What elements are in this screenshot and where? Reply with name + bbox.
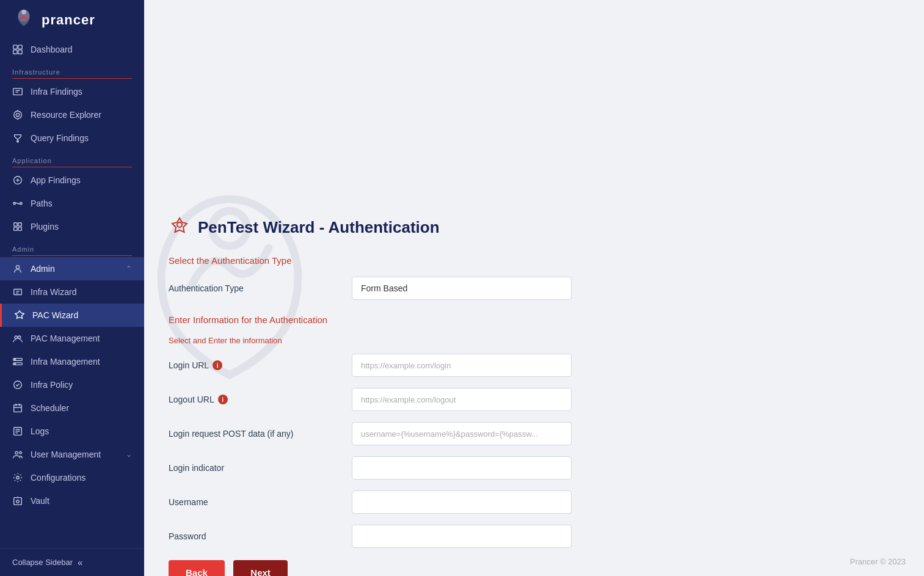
svg-point-31: [15, 359, 16, 360]
svg-point-32: [15, 363, 16, 365]
sidebar-label-infra-findings: Infra Findings: [31, 87, 132, 97]
user-management-chevron-icon: ⌄: [126, 450, 132, 459]
next-button[interactable]: Next: [233, 560, 288, 576]
login-indicator-row: Login indicator: [169, 456, 900, 479]
svg-rect-5: [18, 50, 22, 54]
infra-management-icon: [12, 356, 23, 367]
svg-rect-3: [18, 45, 22, 49]
infra-wizard-icon: [12, 286, 23, 297]
auth-type-value: Form Based: [352, 277, 572, 300]
login-url-info-icon[interactable]: i: [213, 360, 222, 370]
sidebar-item-configurations[interactable]: Configurations: [0, 466, 144, 489]
sidebar-label-pac-wizard: PAC Wizard: [32, 310, 132, 320]
logout-url-info-icon[interactable]: i: [218, 395, 228, 404]
footer: Prancer © 2023: [850, 557, 906, 566]
svg-rect-19: [14, 223, 17, 226]
svg-rect-24: [14, 290, 22, 295]
svg-rect-20: [18, 223, 21, 226]
vault-icon: [12, 495, 23, 506]
password-label: Password: [169, 531, 352, 541]
sidebar-item-admin[interactable]: Admin ⌃: [0, 257, 144, 280]
sidebar-item-resource-explorer[interactable]: Resource Explorer: [0, 103, 144, 126]
svg-point-42: [15, 451, 18, 454]
query-findings-icon: [12, 133, 23, 144]
sidebar-item-paths[interactable]: Paths: [0, 192, 144, 215]
login-url-row: Login URL i: [169, 354, 900, 377]
auth-type-field-label: Authentication Type: [169, 283, 352, 293]
page-title: PenTest Wizard - Authentication: [198, 218, 440, 237]
sidebar-section-infrastructure: Infrastructure: [0, 61, 144, 78]
sidebar-label-query-findings: Query Findings: [31, 133, 132, 143]
sidebar-label-paths: Paths: [31, 199, 132, 208]
sidebar-item-query-findings[interactable]: Query Findings: [0, 126, 144, 150]
sidebar-item-logs[interactable]: Logs: [0, 420, 144, 443]
sidebar-item-pac-management[interactable]: PAC Management: [0, 327, 144, 350]
sidebar-item-dashboard[interactable]: Dashboard: [0, 38, 144, 61]
app-findings-icon: [12, 175, 23, 186]
svg-point-10: [16, 113, 19, 116]
sidebar-item-infra-wizard[interactable]: Infra Wizard: [0, 280, 144, 304]
svg-point-13: [17, 140, 19, 142]
infra-policy-icon: [12, 379, 23, 390]
sidebar-logo: prancer: [0, 0, 144, 38]
sidebar-item-infra-policy[interactable]: Infra Policy: [0, 373, 144, 396]
sidebar-item-user-management[interactable]: User Management ⌄: [0, 443, 144, 466]
sidebar-item-pac-wizard[interactable]: PAC Wizard: [0, 304, 144, 327]
plugins-icon: [12, 221, 23, 232]
svg-rect-45: [14, 498, 22, 505]
logout-url-input[interactable]: [352, 388, 572, 411]
sidebar-section-admin: Admin: [0, 238, 144, 255]
collapse-sidebar-button[interactable]: Collapse Sidebar «: [0, 548, 144, 576]
svg-point-44: [16, 476, 20, 479]
post-data-label: Login request POST data (if any): [169, 429, 352, 439]
sidebar-item-app-findings[interactable]: App Findings: [0, 169, 144, 192]
password-row: Password: [169, 525, 900, 548]
sidebar-label-infra-policy: Infra Policy: [31, 380, 132, 390]
pac-wizard-icon: [14, 310, 25, 321]
configurations-icon: [12, 472, 23, 483]
resource-explorer-icon: [12, 109, 23, 120]
login-indicator-input[interactable]: [352, 456, 572, 479]
sidebar-label-infra-wizard: Infra Wizard: [31, 287, 132, 297]
post-data-input[interactable]: [352, 422, 572, 445]
select-enter-info-label: Select and Enter the information: [169, 336, 900, 345]
sidebar-nav: Dashboard Infrastructure Infra Findings …: [0, 38, 144, 548]
sidebar-item-plugins[interactable]: Plugins: [0, 215, 144, 238]
username-input[interactable]: [352, 490, 572, 514]
sidebar-item-infra-findings[interactable]: Infra Findings: [0, 80, 144, 103]
logout-url-label: Logout URL i: [169, 395, 352, 404]
footer-text: Prancer © 2023: [850, 557, 906, 566]
password-input[interactable]: [352, 525, 572, 548]
sidebar-section-application: Application: [0, 150, 144, 167]
post-data-row: Login request POST data (if any): [169, 422, 900, 445]
admin-icon: [12, 263, 23, 274]
logout-url-text: Logout URL: [169, 395, 214, 404]
sidebar-label-pac-management: PAC Management: [31, 334, 132, 343]
svg-rect-6: [13, 89, 22, 95]
svg-point-28: [18, 336, 21, 339]
logs-icon: [12, 426, 23, 437]
sidebar-label-vault: Vault: [31, 496, 132, 506]
sidebar-item-scheduler[interactable]: Scheduler: [0, 396, 144, 420]
pac-management-icon: [12, 333, 23, 344]
username-row: Username: [169, 490, 900, 514]
svg-point-49: [177, 222, 182, 227]
sidebar-label-app-findings: App Findings: [31, 175, 132, 185]
sidebar-item-infra-management[interactable]: Infra Management: [0, 350, 144, 373]
page-title-container: PenTest Wizard - Authentication: [169, 216, 900, 238]
sidebar-label-infra-management: Infra Management: [31, 357, 132, 366]
sidebar-label-user-management: User Management: [31, 450, 118, 459]
enter-info-label: Enter Information for the Authentication: [169, 315, 900, 325]
svg-rect-21: [14, 227, 17, 230]
back-button[interactable]: Back: [169, 560, 225, 576]
logout-url-row: Logout URL i: [169, 388, 900, 411]
svg-point-27: [15, 336, 18, 339]
enter-info-section: Enter Information for the Authentication…: [169, 315, 900, 548]
login-url-input[interactable]: [352, 354, 572, 377]
prancer-logo-icon: [12, 9, 35, 32]
svg-rect-34: [14, 405, 22, 412]
svg-point-18: [20, 202, 23, 205]
sidebar-label-scheduler: Scheduler: [31, 403, 132, 413]
sidebar-item-vault[interactable]: Vault: [0, 489, 144, 512]
main-content: PenTest Wizard - Authentication Select t…: [144, 0, 924, 576]
